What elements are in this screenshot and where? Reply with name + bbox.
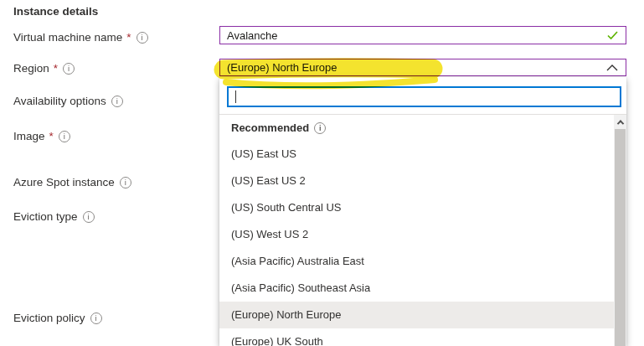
availability-options-label-row: Availability options i — [13, 95, 123, 107]
vm-name-field — [219, 26, 626, 44]
valid-check-icon — [607, 31, 618, 40]
info-icon[interactable]: i — [59, 131, 70, 142]
chevron-up-icon[interactable] — [606, 65, 618, 71]
recommended-group-header: Recommended i — [219, 115, 614, 141]
eviction-type-label-row: Eviction type i — [13, 210, 95, 223]
text-cursor — [235, 90, 236, 103]
region-label-row: Region * i — [13, 62, 75, 75]
azure-spot-label: Azure Spot instance — [13, 176, 115, 188]
info-icon[interactable]: i — [111, 96, 123, 107]
availability-options-label: Availability options — [13, 95, 106, 107]
region-option[interactable]: (US) East US 2 — [219, 168, 614, 194]
info-icon[interactable]: i — [120, 177, 131, 188]
region-option[interactable]: (US) East US — [219, 141, 614, 168]
image-label-row: Image * i — [13, 130, 70, 142]
info-icon[interactable]: i — [83, 211, 95, 223]
eviction-type-label: Eviction type — [13, 210, 78, 223]
region-option[interactable]: (Asia Pacific) Australia East — [219, 248, 614, 275]
eviction-policy-label: Eviction policy — [13, 312, 85, 324]
region-search-input[interactable] — [229, 88, 620, 106]
section-title: Instance details — [13, 5, 98, 18]
region-option[interactable]: (Asia Pacific) Southeast Asia — [219, 275, 614, 302]
region-option[interactable]: (US) West US 2 — [219, 221, 614, 248]
region-search-box — [227, 86, 621, 107]
info-icon[interactable]: i — [63, 63, 75, 75]
dropdown-scrollbar[interactable] — [614, 115, 626, 346]
region-combobox[interactable]: (Europe) North Europe — [219, 59, 626, 76]
info-icon[interactable]: i — [314, 122, 326, 134]
scrollbar-thumb[interactable] — [615, 129, 626, 346]
vm-name-label-row: Virtual machine name * i — [13, 31, 148, 44]
recommended-label: Recommended — [231, 121, 309, 134]
vm-name-label: Virtual machine name — [13, 31, 122, 44]
region-option[interactable]: (US) South Central US — [219, 194, 614, 221]
info-icon[interactable]: i — [90, 312, 102, 324]
region-selected-value: (Europe) North Europe — [220, 61, 606, 74]
region-option-selected[interactable]: (Europe) North Europe — [219, 302, 614, 328]
azure-spot-label-row: Azure Spot instance i — [13, 176, 131, 188]
vm-name-input[interactable] — [220, 27, 607, 44]
scroll-up-arrow-icon — [616, 120, 623, 127]
required-asterisk: * — [126, 31, 131, 44]
region-label: Region — [13, 62, 49, 75]
instance-details-form: Instance details Virtual machine name * … — [0, 0, 644, 346]
scrollbar-up-button[interactable] — [614, 115, 626, 129]
image-label: Image — [13, 130, 45, 142]
eviction-policy-label-row: Eviction policy i — [13, 312, 102, 324]
region-option-list: Recommended i (US) East US (US) East US … — [219, 115, 614, 346]
required-asterisk: * — [49, 130, 54, 142]
region-dropdown-callout: Recommended i (US) East US (US) East US … — [219, 77, 626, 346]
required-asterisk: * — [54, 62, 58, 75]
region-option[interactable]: (Europe) UK South — [219, 328, 614, 346]
info-icon[interactable]: i — [137, 32, 148, 44]
